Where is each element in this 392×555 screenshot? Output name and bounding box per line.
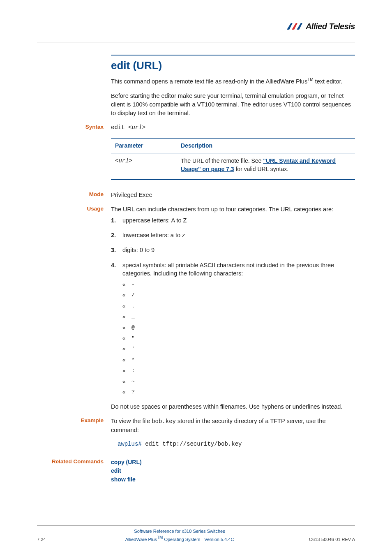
syntax-value: edit <url> <box>111 123 355 132</box>
param-table-header-param: Parameter <box>111 138 177 153</box>
footer-tm: TM <box>157 535 163 540</box>
intro-paragraph-2: Before starting the editor make sure you… <box>111 92 355 118</box>
footer-line1: Software Reference for x310 Series Switc… <box>62 528 297 534</box>
footer-page-number: 7.24 <box>37 536 62 543</box>
example-value: To view the file bob.key stored in the s… <box>111 417 355 448</box>
intro-text-b: text editor. <box>314 78 343 85</box>
footer-line2-a: AlliedWare Plus <box>125 537 157 542</box>
trademark-sup: TM <box>307 77 313 82</box>
list-item: * <box>122 356 355 364</box>
usage-label: Usage <box>37 205 111 214</box>
related-link-edit[interactable]: edit <box>111 467 355 475</box>
svg-marker-2 <box>297 23 302 30</box>
table-row: <url> The URL of the remote file. See "U… <box>111 153 355 180</box>
list-item: ' <box>122 345 355 353</box>
desc-b: for valid URL syntax. <box>234 166 289 172</box>
mode-value: Privileged Exec <box>111 191 355 199</box>
example-file: bob.key <box>152 418 176 425</box>
list-item: - <box>122 281 355 288</box>
param-table-header-desc: Description <box>177 138 355 153</box>
header-divider <box>37 42 355 42</box>
desc-cell: The URL of the remote file. See "URL Syn… <box>177 153 355 180</box>
allied-telesis-icon <box>287 22 303 30</box>
page-title: edit (URL) <box>111 58 355 73</box>
related-label: Related Commands <box>37 458 111 484</box>
list-item: _ <box>122 313 355 321</box>
footer-line2-b: Operating System - Version 5.4.4C <box>163 537 234 542</box>
brand-text: Allied Telesis <box>306 21 355 32</box>
syntax-b: url <box>131 124 142 131</box>
usage-list: uppercase letters: A to Z lowercase lett… <box>111 216 355 396</box>
example-text-a: To view the file <box>111 418 152 424</box>
syntax-label: Syntax <box>37 123 111 132</box>
page-footer: 7.24 Software Reference for x310 Series … <box>37 525 355 543</box>
svg-marker-0 <box>287 23 293 30</box>
list-item: " <box>122 335 355 342</box>
usage-note: Do not use spaces or parentheses within … <box>111 402 355 411</box>
brand-logo: Allied Telesis <box>287 21 355 32</box>
special-chars-list: - / . _ @ " ' * : ~ ? <box>122 281 355 396</box>
list-item: ? <box>122 388 355 396</box>
footer-rev: C613-50046-01 REV A <box>297 536 355 543</box>
list-item-text: special symbols: all printable ASCII cha… <box>122 262 334 277</box>
cli-prompt: awplus# <box>118 441 142 447</box>
list-item: lowercase letters: a to z <box>111 231 355 239</box>
related-link-copy-url[interactable]: copy (URL) <box>111 458 355 467</box>
section-divider <box>111 55 355 56</box>
list-item: . <box>122 303 355 310</box>
intro-text-a: This command opens a remote text file as… <box>111 78 307 85</box>
footer-line2: AlliedWare PlusTM Operating System - Ver… <box>125 537 234 542</box>
cli-command: edit tftp://security/bob.key <box>142 441 242 447</box>
related-links: copy (URL) edit show file <box>111 458 355 484</box>
related-link-show-file[interactable]: show file <box>111 475 355 484</box>
syntax-a: edit < <box>111 124 131 131</box>
list-item: @ <box>122 324 355 331</box>
param-cell: <url> <box>115 157 132 164</box>
list-item: / <box>122 291 355 299</box>
list-item: ~ <box>122 378 355 385</box>
desc-a: The URL of the remote file. See <box>181 157 263 164</box>
intro-paragraph-1: This command opens a remote text file as… <box>111 77 355 86</box>
list-item: uppercase letters: A to Z <box>111 216 355 224</box>
usage-intro: The URL can include characters from up t… <box>111 205 355 214</box>
example-label: Example <box>37 417 111 448</box>
syntax-c: > <box>142 124 145 131</box>
parameter-table: Parameter Description <url> The URL of t… <box>111 138 355 180</box>
list-item: special symbols: all printable ASCII cha… <box>111 261 355 396</box>
list-item: digits: 0 to 9 <box>111 246 355 254</box>
mode-label: Mode <box>37 191 111 199</box>
svg-marker-1 <box>292 23 297 30</box>
list-item: : <box>122 367 355 375</box>
